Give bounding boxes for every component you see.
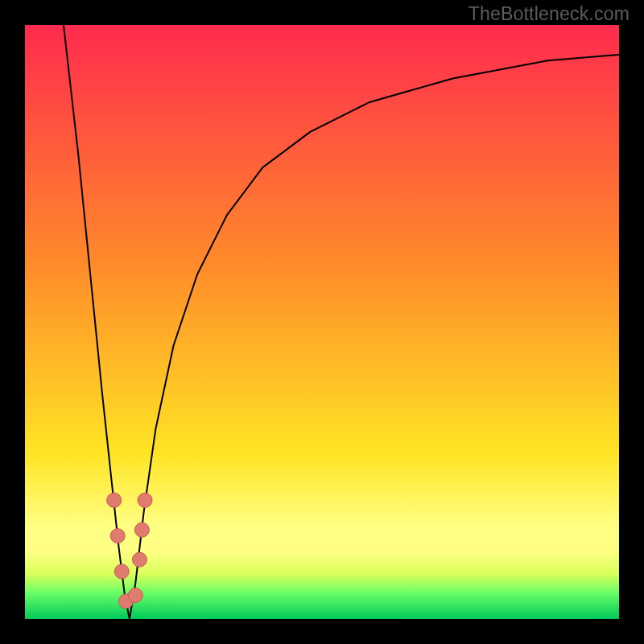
data-marker — [134, 522, 149, 537]
chart-frame: TheBottleneck.com — [0, 0, 644, 644]
plot-area — [25, 25, 619, 619]
data-marker — [110, 529, 125, 543]
data-marker — [114, 564, 129, 579]
data-marker — [132, 552, 147, 567]
data-marker — [107, 493, 122, 507]
data-marker — [128, 588, 142, 602]
watermark-text: TheBottleneck.com — [469, 3, 630, 25]
data-marker — [138, 493, 152, 507]
